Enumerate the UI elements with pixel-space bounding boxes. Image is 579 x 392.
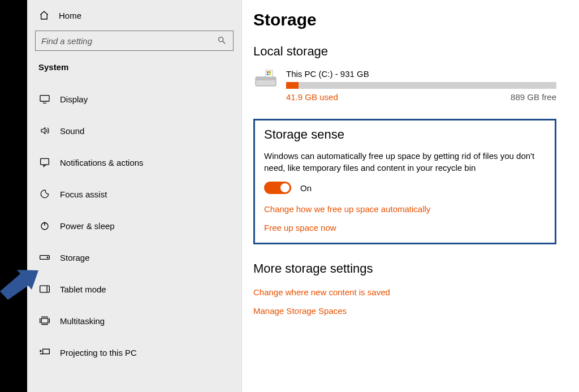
storage-sense-description: Windows can automatically free up space … bbox=[264, 150, 546, 174]
drive-icon bbox=[253, 69, 278, 89]
sidebar-nav-list: Display Sound Notifications & actions bbox=[27, 83, 241, 368]
search-input[interactable] bbox=[41, 36, 217, 46]
left-black-strip bbox=[0, 0, 27, 392]
storage-sense-heading: Storage sense bbox=[264, 127, 546, 142]
sidebar-item-multitasking[interactable]: Multitasking bbox=[27, 305, 241, 337]
svg-rect-2 bbox=[40, 96, 49, 101]
link-change-where-saved[interactable]: Change where new content is saved bbox=[253, 287, 556, 297]
projecting-icon bbox=[38, 348, 51, 357]
sidebar-item-projecting[interactable]: Projecting to this PC bbox=[27, 337, 241, 368]
svg-rect-20 bbox=[267, 71, 269, 73]
settings-sidebar: Home System Display bbox=[27, 0, 242, 392]
page-title: Storage bbox=[253, 10, 556, 29]
drive-free-text: 889 GB free bbox=[511, 92, 556, 102]
sidebar-item-notifications[interactable]: Notifications & actions bbox=[27, 147, 241, 178]
sidebar-item-focus-assist[interactable]: Focus assist bbox=[27, 178, 241, 210]
sidebar-home[interactable]: Home bbox=[27, 8, 241, 31]
local-storage-heading: Local storage bbox=[253, 44, 556, 59]
svg-rect-21 bbox=[269, 71, 271, 73]
home-icon bbox=[38, 10, 50, 20]
link-manage-storage-spaces[interactable]: Manage Storage Spaces bbox=[253, 306, 556, 316]
storage-icon bbox=[38, 254, 51, 261]
link-free-up-now[interactable]: Free up space now bbox=[264, 223, 546, 232]
sound-icon bbox=[38, 126, 51, 136]
multitasking-icon bbox=[38, 316, 51, 326]
svg-rect-9 bbox=[40, 286, 50, 292]
svg-rect-23 bbox=[269, 74, 271, 75]
link-change-auto-free[interactable]: Change how we free up space automaticall… bbox=[264, 204, 546, 214]
sidebar-item-power-sleep[interactable]: Power & sleep bbox=[27, 210, 241, 242]
sidebar-item-sound[interactable]: Sound bbox=[27, 115, 241, 147]
sidebar-item-label: Sound bbox=[60, 126, 84, 136]
sidebar-item-label: Tablet mode bbox=[60, 285, 106, 294]
sidebar-item-storage[interactable]: Storage bbox=[27, 242, 241, 273]
svg-point-0 bbox=[219, 37, 223, 42]
notifications-icon bbox=[38, 157, 51, 167]
svg-point-8 bbox=[47, 257, 48, 258]
svg-rect-4 bbox=[41, 158, 49, 165]
svg-rect-16 bbox=[43, 349, 50, 354]
toggle-knob bbox=[280, 183, 290, 192]
sidebar-item-label: Projecting to this PC bbox=[60, 348, 137, 357]
sidebar-item-label: Notifications & actions bbox=[60, 158, 144, 167]
sidebar-section-label: System bbox=[27, 62, 241, 83]
usage-bar-fill bbox=[286, 82, 299, 89]
sidebar-item-tablet-mode[interactable]: Tablet mode bbox=[27, 273, 241, 305]
storage-sense-toggle-label: On bbox=[300, 183, 312, 193]
sidebar-item-label: Focus assist bbox=[60, 189, 107, 199]
more-storage-heading: More storage settings bbox=[253, 261, 556, 276]
svg-rect-22 bbox=[267, 74, 269, 75]
tablet-mode-icon bbox=[38, 285, 51, 294]
sidebar-item-display[interactable]: Display bbox=[27, 83, 241, 115]
storage-sense-toggle[interactable] bbox=[264, 182, 291, 194]
svg-rect-11 bbox=[41, 318, 48, 323]
drive-used-text: 41.9 GB used bbox=[286, 92, 338, 102]
svg-line-1 bbox=[223, 41, 225, 44]
search-icon bbox=[217, 36, 227, 46]
sidebar-item-label: Power & sleep bbox=[60, 221, 115, 231]
storage-sense-box: Storage sense Windows can automatically … bbox=[253, 119, 556, 244]
sidebar-home-label: Home bbox=[59, 11, 81, 20]
usage-bar bbox=[286, 82, 556, 89]
sidebar-item-label: Storage bbox=[60, 253, 90, 262]
sidebar-item-label: Multitasking bbox=[60, 316, 105, 326]
sidebar-item-label: Display bbox=[60, 94, 88, 104]
power-icon bbox=[38, 221, 51, 231]
display-icon bbox=[38, 94, 51, 104]
drive-row[interactable]: This PC (C:) - 931 GB 41.9 GB used 889 G… bbox=[253, 69, 556, 102]
svg-rect-18 bbox=[256, 77, 276, 80]
drive-body: This PC (C:) - 931 GB 41.9 GB used 889 G… bbox=[286, 69, 556, 102]
search-box[interactable] bbox=[35, 31, 234, 51]
content-pane: Storage Local storage This PC (C:) - 931… bbox=[242, 0, 579, 392]
focus-assist-icon bbox=[38, 189, 51, 199]
drive-name: This PC (C:) - 931 GB bbox=[286, 69, 556, 79]
